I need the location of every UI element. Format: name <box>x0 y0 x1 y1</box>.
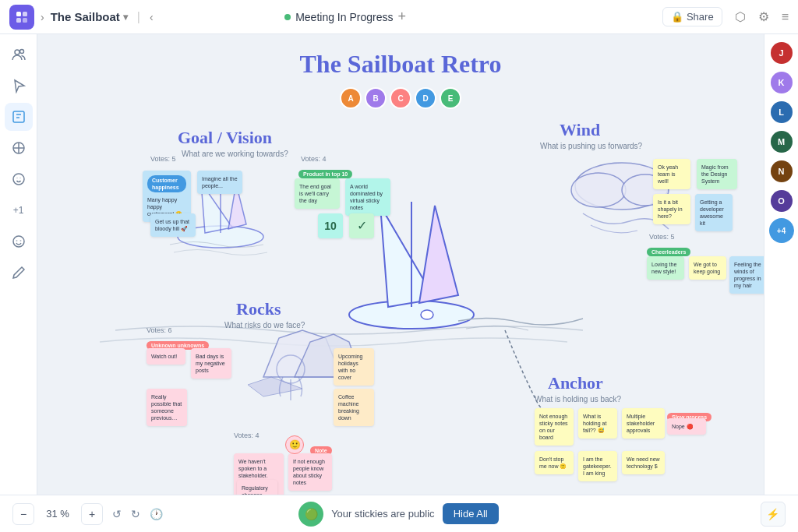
sticky-product-1[interactable]: The end goal is we'll carry the day <box>295 178 340 209</box>
sticky-anchor-6[interactable]: I am the gatekeeper. I am king <box>578 451 617 481</box>
redo-button[interactable]: ↻ <box>131 508 140 520</box>
goal-section-subtitle: What are we working towards? <box>182 150 288 158</box>
anchor-section-title: Anchor <box>548 373 603 393</box>
extra-avatars-button[interactable]: +4 <box>769 218 794 243</box>
svg-point-9 <box>13 236 24 247</box>
participant-avatar-1[interactable]: A <box>340 87 362 109</box>
nav-back-icon[interactable]: ‹ <box>150 11 154 23</box>
participant-avatar-5[interactable]: E <box>440 87 461 109</box>
anchor-section-subtitle: What is holding us back? <box>535 395 621 403</box>
participant-avatar-2[interactable]: B <box>365 87 387 109</box>
svg-point-4 <box>15 50 19 55</box>
sticky-rocks-2[interactable]: Bad days is my negative posts <box>191 348 231 379</box>
tool-shapes[interactable] <box>5 134 33 162</box>
left-sidebar: +1 <box>0 34 37 495</box>
tool-cursor[interactable] <box>5 72 33 100</box>
notice-text: Your stickies are public <box>331 508 434 520</box>
wind-votes: Votes: 5 <box>649 233 675 241</box>
lightning-button[interactable]: ⚡ <box>761 502 786 527</box>
tool-sticky[interactable] <box>5 103 33 131</box>
public-notice: 🟢 Your stickies are public Hide All <box>298 502 499 527</box>
rocks-section-title: Rocks <box>236 299 281 319</box>
settings-icon[interactable]: ⚙ <box>758 9 769 24</box>
sticky-wind-3[interactable]: Is it a bit shapely in here? <box>653 194 690 224</box>
sticky-wind-4[interactable]: Getting a developer awesome kit <box>695 194 733 231</box>
panel-avatar-3[interactable]: L <box>769 100 794 125</box>
zoom-level: 31 % <box>44 508 72 520</box>
hide-all-button[interactable]: Hide All <box>443 503 499 524</box>
sticky-rocks-4[interactable]: Upcoming holidays with no cover <box>334 348 374 386</box>
sticky-rocks-3[interactable]: Really possible that someone previous… <box>147 389 187 426</box>
logo-button[interactable] <box>9 5 34 30</box>
menu-icon[interactable]: ≡ <box>782 10 789 24</box>
sticky-anchor-4[interactable]: Nope 🔴 <box>667 418 706 435</box>
goal-section-title: Goal / Vision <box>178 128 272 148</box>
rocks-section-subtitle: What risks do we face? <box>224 321 305 329</box>
template-icon[interactable]: ⬡ <box>735 9 746 24</box>
topbar-right: 🔒 Share ⬡ ⚙ ≡ <box>662 7 789 26</box>
status-dot <box>284 14 291 20</box>
notice-icon: 🟢 <box>298 502 323 527</box>
sticky-imagine[interactable]: Imagine all the people... <box>197 171 242 194</box>
panel-avatar-4[interactable]: M <box>769 129 794 154</box>
sticky-anchor-3[interactable]: Multiple stakeholder approvals <box>622 408 665 439</box>
svg-point-10 <box>349 301 474 329</box>
canvas-title: The Sailboat Retro <box>300 50 502 79</box>
main-canvas: The Sailboat Retro A B C D E Goal / Visi… <box>37 34 764 495</box>
svg-point-5 <box>19 50 23 54</box>
rocks-lower-votes: Votes: 4 <box>234 432 260 439</box>
meeting-status: Meeting In Progress + <box>284 9 406 25</box>
sticky-anchor-5[interactable]: Don't stop me now 🙂 <box>535 451 574 474</box>
svg-rect-3 <box>23 18 27 23</box>
lock-icon: 🔒 <box>671 11 683 23</box>
sticky-rocks-8[interactable]: Regulatory changes <box>237 480 277 495</box>
sticky-checkmark[interactable]: ✓ <box>349 213 374 238</box>
tool-users[interactable] <box>5 41 33 69</box>
tool-pen[interactable] <box>5 259 33 287</box>
sticky-wind-7[interactable]: Feeling the winds of progress in my hair <box>729 256 764 294</box>
goal-right-votes: Votes: 4 <box>301 155 327 163</box>
sticky-wind-2[interactable]: Magic from the Design System <box>697 159 737 189</box>
sticky-rocks-1[interactable]: Watch out! <box>147 348 185 365</box>
wind-section-subtitle: What is pushing us forwards? <box>540 142 642 150</box>
sticky-wind-1[interactable]: Ok yeah team is well! <box>653 159 690 189</box>
share-button[interactable]: 🔒 Share <box>662 7 722 26</box>
svg-point-12 <box>421 310 433 319</box>
board-title[interactable]: The Sailboat ▾ <box>51 10 128 23</box>
sticky-number-10[interactable]: 10 <box>318 213 343 238</box>
svg-rect-1 <box>23 12 27 16</box>
sticky-rocks-5[interactable]: Coffee machine breaking down <box>334 389 374 426</box>
topbar: › The Sailboat ▾ | ‹ Meeting In Progress… <box>0 0 798 34</box>
sticky-anchor-7[interactable]: We need new technology $ <box>622 451 665 474</box>
sticky-wind-5[interactable]: Loving the new style! <box>647 256 684 280</box>
undo-button[interactable]: ↺ <box>112 508 122 520</box>
bottombar: − 31 % + ↺ ↻ 🕐 🟢 Your stickies are publi… <box>0 495 798 532</box>
sticky-anchor-1[interactable]: Not enough sticky notes on our board <box>535 408 574 446</box>
panel-avatar-6[interactable]: O <box>769 188 794 213</box>
sticky-rocks-7[interactable]: If not enough people know about sticky n… <box>288 453 332 491</box>
svg-point-8 <box>13 174 24 185</box>
zoom-in-button[interactable]: + <box>81 503 103 525</box>
panel-avatar-5[interactable]: N <box>769 159 794 184</box>
add-session-button[interactable]: + <box>397 9 406 25</box>
zoom-out-button[interactable]: − <box>12 503 34 525</box>
history-button[interactable]: 🕐 <box>150 508 163 520</box>
participant-avatar-4[interactable]: D <box>415 87 436 109</box>
sticky-product-2[interactable]: A world dominated by virtual sticky note… <box>345 178 390 216</box>
svg-point-18 <box>277 355 305 383</box>
rocks-votes: Votes: 6 <box>147 326 172 334</box>
sticky-anchor-2[interactable]: What is holding at fall?? 😅 <box>578 408 617 439</box>
svg-rect-0 <box>16 12 21 16</box>
panel-avatar-1[interactable]: J <box>769 41 794 65</box>
sticky-get-us[interactable]: Get us up that bloody hill 🚀 <box>150 213 196 237</box>
right-panel: J K L M N O +4 <box>764 34 798 495</box>
tool-upvote[interactable]: +1 <box>5 196 33 224</box>
panel-avatar-2[interactable]: K <box>769 70 794 95</box>
customer-badge: Customer happiness <box>147 175 186 192</box>
tool-emoji[interactable] <box>5 227 33 255</box>
nav-forward-icon[interactable]: › <box>41 11 44 23</box>
participant-avatar-3[interactable]: C <box>390 87 411 109</box>
tool-reactions[interactable] <box>5 165 33 193</box>
sticky-wind-6[interactable]: We got to keep going <box>689 256 726 280</box>
cheerleaders-badge: Cheerleaders <box>647 248 690 256</box>
